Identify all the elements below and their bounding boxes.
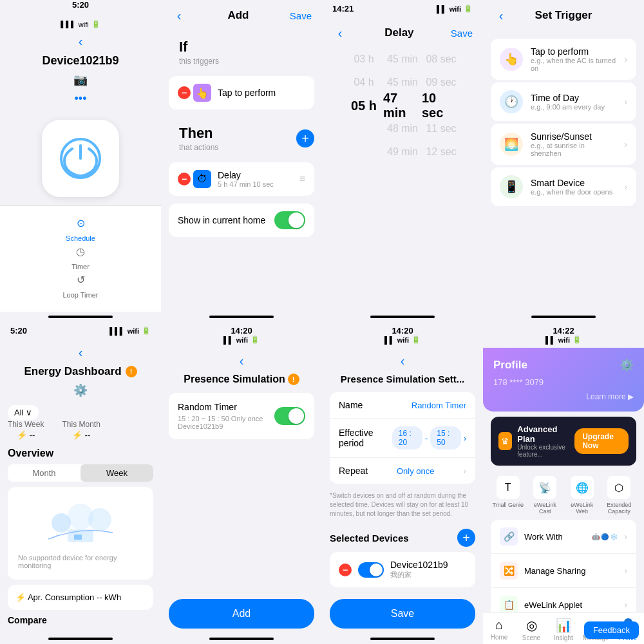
profile-nav: Profile ⚙️	[493, 358, 634, 372]
capacity-icon: ⬡	[607, 476, 630, 499]
back-button[interactable]: ‹	[73, 33, 88, 49]
trigger-list: 👆 Tap to perform e.g., when the AC is tu…	[483, 31, 644, 214]
add-device-btn[interactable]: +	[457, 529, 475, 547]
menu-sharing[interactable]: 🔀 Manage Sharing ›	[491, 554, 636, 588]
timer-icon: ◷	[71, 242, 90, 260]
month-tab[interactable]: Month	[8, 464, 80, 482]
tab-schedule-label: Schedule	[66, 234, 95, 242]
tab-schedule[interactable]: ⊙ Schedule	[0, 214, 161, 242]
qa-tmall[interactable]: T Tmall Genie	[491, 476, 526, 515]
selected-devices-header: Selected Devices +	[322, 524, 483, 549]
trigger-tap-sub: e.g., when the AC is turned on	[531, 57, 616, 72]
qa-cast[interactable]: 📡 eWeLink Cast	[528, 476, 563, 515]
svg-point-3	[88, 508, 111, 531]
repeat-row[interactable]: Repeat Only once ›	[330, 458, 475, 484]
upgrade-text: Advanced Plan Unlock exclusive feature..…	[517, 424, 574, 458]
picker-sec-12: 12 sec	[422, 140, 460, 164]
upgrade-now-btn[interactable]: Upgrade Now	[574, 428, 629, 454]
picker-sec-11: 11 sec	[422, 117, 460, 140]
sim-back-btn[interactable]: ‹	[234, 353, 249, 368]
delay-item[interactable]: − ⏱ Delay 5 h 47 min 10 sec ≡	[169, 162, 314, 196]
sim-card-toggle[interactable]	[274, 407, 305, 425]
upgrade-card[interactable]: ♛ Advanced Plan Unlock exclusive feature…	[491, 417, 636, 466]
trigger-sunrise[interactable]: 🌅 Sunrise/Sunset e.g., at sunrise in she…	[491, 124, 636, 165]
bottom-tabs-1: ⊙ Schedule ◷ Timer ↺ Loop Timer	[0, 205, 161, 312]
delay-text: Delay 5 h 47 min 10 sec	[218, 170, 293, 188]
delay-back-btn[interactable]: ‹	[332, 25, 348, 41]
panel-presence-sim: 14:20 ▌▌wifi🔋 ‹ Presence Simulation ! Ra…	[161, 322, 322, 644]
trigger-tap[interactable]: 👆 Tap to perform e.g., when the AC is tu…	[491, 39, 636, 80]
remove-delay-btn[interactable]: −	[178, 173, 191, 185]
add-back-button[interactable]: ‹	[171, 8, 187, 23]
camera-icon[interactable]: 📷	[73, 73, 88, 87]
settings-back-btn[interactable]: ‹	[395, 353, 410, 368]
period-dash: -	[425, 433, 428, 443]
menu-work-with[interactable]: 🔗 Work With 🤖🔵❄️ ›	[491, 520, 636, 554]
period-row[interactable]: Effective period 16 : 20 - 15 : 50 ›	[330, 419, 475, 458]
tap-to-perform-item[interactable]: − 👆 Tap to perform	[169, 76, 314, 109]
trigger-back-btn[interactable]: ‹	[493, 8, 509, 23]
show-home-toggle[interactable]	[274, 211, 305, 229]
profile-id: 178 **** 3079	[493, 377, 634, 387]
picker-min-48: 48 min	[383, 117, 422, 140]
more-icon[interactable]: •••	[75, 92, 87, 106]
home-indicator-3	[370, 316, 435, 318]
tab-loop-timer[interactable]: ↺ Loop Timer	[0, 270, 161, 299]
add-btn-large[interactable]: Add	[169, 599, 314, 629]
week-tab[interactable]: Week	[80, 464, 153, 482]
learn-more[interactable]: Learn more ▶	[493, 392, 634, 401]
qa-web[interactable]: 🌐 eWeLink Web	[565, 476, 600, 515]
profile-settings-icon[interactable]: ⚙️	[620, 358, 634, 372]
device-row-1[interactable]: − Device1021b9 我的家	[330, 552, 475, 587]
add-save-button[interactable]: Save	[290, 10, 312, 21]
energy-back-btn[interactable]: ‹	[73, 345, 88, 360]
show-home-row: Show in current home	[169, 204, 314, 237]
time-day-icon: 🕐	[500, 90, 523, 113]
menu-applet[interactable]: 📋 eWeLink Applet ›	[491, 588, 636, 612]
sim-card-sub: 15 : 20 ~ 15 : 50 Only once	[178, 415, 263, 422]
work-with-label: Work With	[524, 532, 585, 542]
trigger-smart[interactable]: 📱 Smart Device e.g., when the door opens…	[491, 167, 636, 206]
bn-scene[interactable]: ◎ Scene	[515, 618, 547, 641]
energy-settings-icon[interactable]: ⚙️	[73, 383, 88, 397]
sunrise-icon: 🌅	[500, 133, 523, 156]
device-power-box[interactable]	[42, 120, 119, 197]
picker-sec-10: 10 sec	[422, 94, 460, 117]
feedback-button[interactable]: Feedback	[584, 621, 639, 639]
signal-icon: ▌▌▌	[61, 21, 75, 28]
add-action-button[interactable]: +	[296, 129, 314, 147]
tmall-icon: T	[497, 476, 520, 499]
remove-device-btn[interactable]: −	[339, 564, 352, 576]
delay-title: Delay	[384, 26, 413, 39]
bn-insight[interactable]: 📊 Insight	[547, 618, 580, 641]
trigger-sunrise-main: Sunrise/Sunset	[531, 131, 616, 142]
qa-capacity[interactable]: ⬡ Extended Capacity	[602, 476, 637, 515]
sim-card-info: Random Timer 15 : 20 ~ 15 : 50 Only once…	[178, 402, 263, 430]
wifi-icon: wifi	[79, 21, 89, 28]
sim-random-card[interactable]: Random Timer 15 : 20 ~ 15 : 50 Only once…	[169, 393, 314, 439]
device-toggle[interactable]	[358, 562, 384, 578]
applet-label: eWeLink Applet	[524, 600, 618, 610]
energy-info-badge[interactable]: !	[126, 366, 137, 377]
if-header: If this triggers	[161, 31, 322, 73]
period-to[interactable]: 15 : 50	[430, 426, 460, 450]
period-from[interactable]: 16 : 20	[392, 426, 422, 450]
settings-save-btn[interactable]: Save	[330, 599, 475, 629]
delay-picker[interactable]: 03 h 04 h 05 h 45 min 45 min 47 min 48 m…	[322, 46, 483, 179]
show-home-label: Show in current home	[178, 215, 265, 225]
remove-tap-btn[interactable]: −	[178, 86, 191, 99]
all-dropdown[interactable]: All ∨	[8, 405, 39, 420]
trigger-time[interactable]: 🕐 Time of Day e.g., 9:00 am every day ›	[491, 82, 636, 121]
period-chevron: ›	[464, 433, 466, 443]
picker-col-minutes: 45 min 45 min 47 min 48 min 49 min	[383, 48, 422, 176]
tab-timer[interactable]: ◷ Timer	[0, 242, 161, 270]
cast-label: eWeLink Cast	[528, 502, 563, 515]
time-5: 5:20	[10, 326, 27, 336]
sim-info-badge[interactable]: !	[288, 374, 299, 385]
name-row[interactable]: Name Random Timer	[330, 392, 475, 419]
tap-perform-icon: 👆	[500, 48, 523, 71]
bn-home[interactable]: ⌂ Home	[483, 618, 515, 641]
cast-icon: 📡	[533, 476, 556, 499]
sim-nav-bar: ‹ Presence Simulation !	[161, 348, 322, 390]
delay-save-btn[interactable]: Save	[451, 28, 473, 39]
